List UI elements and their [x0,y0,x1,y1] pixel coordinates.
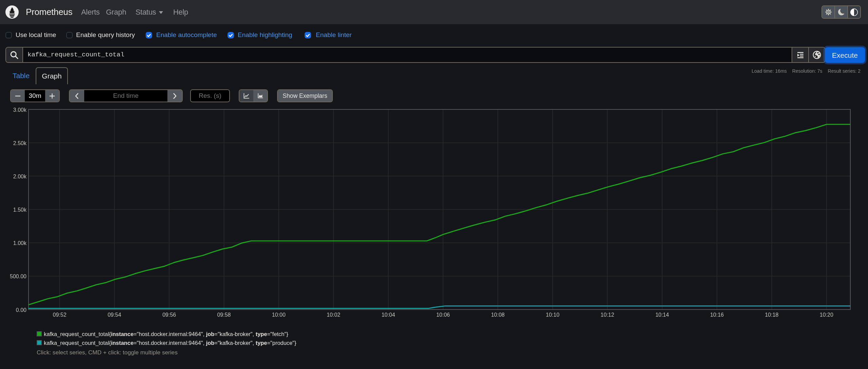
svg-text:10:00: 10:00 [272,312,286,318]
svg-text:10:14: 10:14 [655,312,669,318]
svg-text:500.00: 500.00 [10,274,26,279]
svg-text:3.00k: 3.00k [13,107,27,113]
svg-text:09:54: 09:54 [108,312,121,318]
svg-text:1.00k: 1.00k [13,240,27,246]
svg-text:1.50k: 1.50k [13,207,27,213]
svg-text:10:12: 10:12 [601,312,614,318]
svg-text:10:02: 10:02 [327,312,340,318]
svg-text:2.50k: 2.50k [13,140,27,146]
svg-text:09:52: 09:52 [53,312,67,318]
svg-text:2.00k: 2.00k [13,174,27,179]
svg-text:0.00: 0.00 [16,307,26,313]
svg-text:09:56: 09:56 [162,312,176,318]
svg-text:10:04: 10:04 [381,312,395,318]
svg-text:10:20: 10:20 [820,312,833,318]
svg-text:10:10: 10:10 [546,312,559,318]
svg-text:10:18: 10:18 [765,312,778,318]
svg-text:10:16: 10:16 [710,312,724,318]
svg-text:10:08: 10:08 [491,312,505,318]
svg-text:09:58: 09:58 [217,312,231,318]
svg-text:10:06: 10:06 [436,312,450,318]
